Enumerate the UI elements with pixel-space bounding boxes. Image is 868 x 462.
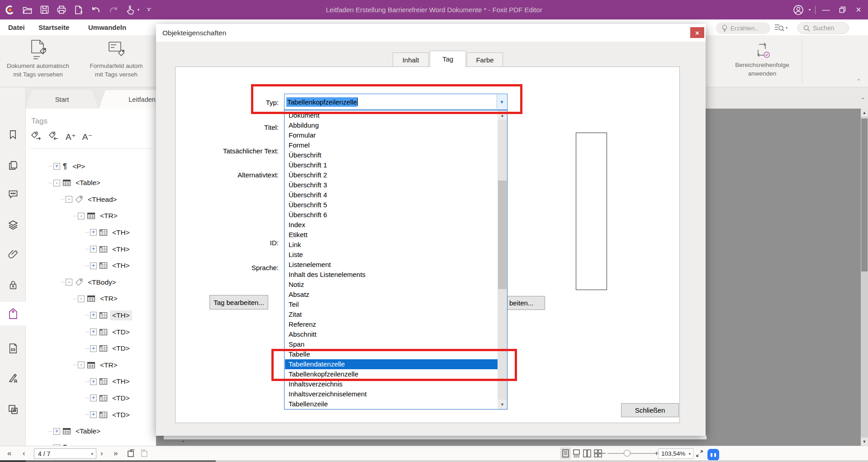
tree-row[interactable]: +<TH> [85, 307, 132, 324]
list-item[interactable]: Überschrift 3 [285, 180, 498, 190]
list-scrollbar[interactable]: ▲ ▼ [498, 110, 507, 409]
expand-toggle[interactable]: - [78, 295, 85, 302]
expand-toggle[interactable]: - [53, 180, 60, 186]
tab-startseite[interactable]: Startseite [38, 19, 69, 35]
tree-row[interactable]: +<TH> [85, 257, 132, 274]
restore-button[interactable] [836, 4, 848, 16]
new-document-icon[interactable] [73, 5, 84, 15]
list-item[interactable]: Absatz [285, 290, 498, 300]
list-item[interactable]: Inhalt des Listenelements [285, 270, 498, 280]
zoom-dropdown-icon[interactable]: ▾ [688, 452, 693, 456]
partially-hidden-bearbeiten-button[interactable]: beiten... [507, 296, 545, 310]
expand-toggle[interactable]: - [66, 279, 72, 286]
next-view-button[interactable] [139, 446, 148, 461]
scroll-down-arrow[interactable]: ▼ [861, 438, 868, 446]
redo-icon[interactable] [108, 5, 119, 15]
zoom-level-box[interactable]: 103,54% ▾ [658, 448, 693, 459]
list-item[interactable]: Überschrift 1 [285, 160, 498, 170]
list-item[interactable]: Überschrift 5 [285, 200, 498, 210]
page-number-box[interactable]: 4 / 7 ▾ [34, 448, 96, 459]
dialog-title-bar[interactable]: Objekteigenschaften [156, 24, 706, 42]
list-item[interactable]: Abbildung [285, 120, 498, 130]
tree-node-label[interactable]: <TH> [110, 376, 132, 386]
tree-row[interactable]: -<TR> [73, 357, 120, 373]
undo-icon[interactable] [90, 5, 101, 15]
sidebar-item-signatures[interactable] [0, 366, 26, 390]
expand-toggle[interactable]: + [90, 345, 97, 352]
typ-dropdown-list[interactable]: ▲ ▼ DokumentAbbildungFormularFormelÜbers… [284, 110, 508, 410]
sidebar-item-attachments[interactable] [0, 243, 26, 266]
list-item[interactable]: Inhaltsverzeichnis [285, 379, 498, 389]
list-item[interactable]: Formular [285, 130, 498, 140]
autotag-document-button[interactable]: Dokument automatisch mit Tags versehen [4, 38, 72, 79]
tree-node-label[interactable]: <Table> [73, 426, 103, 436]
tree-row[interactable]: +<TD> [85, 324, 132, 340]
list-item[interactable]: Tabelle [285, 349, 498, 359]
first-page-button[interactable]: « [7, 446, 11, 461]
expand-toggle[interactable]: - [66, 196, 72, 203]
schliessen-button[interactable]: Schließen [621, 403, 679, 417]
single-page-view-button[interactable] [560, 448, 571, 459]
tag-bearbeiten-button[interactable]: Tag bearbeiten... [209, 295, 268, 310]
expand-toggle[interactable]: + [90, 262, 97, 269]
sidebar-item-pages[interactable] [0, 153, 26, 177]
account-icon[interactable] [792, 4, 804, 16]
close-window-button[interactable]: × [853, 4, 864, 16]
list-item[interactable]: Zitat [285, 310, 498, 319]
tab-umwandeln[interactable]: Umwandeln [88, 19, 126, 35]
tree-row[interactable]: +<TD> [85, 390, 132, 406]
list-item[interactable]: Tabellendatenzelle [285, 359, 498, 369]
tree-node-label[interactable]: <TBody> [85, 277, 119, 287]
tree-row[interactable]: -<TR> [73, 291, 120, 307]
tree-node-label[interactable]: <TD> [110, 343, 132, 353]
tree-row[interactable]: -<TR> [73, 208, 120, 224]
page-dropdown-icon[interactable]: ▾ [91, 452, 96, 456]
autotag-formfield-button[interactable]: Formularfeld autom mit Tags verseh [73, 38, 159, 79]
expand-toggle[interactable]: + [90, 329, 97, 335]
continuous-view-button[interactable] [571, 448, 582, 459]
next-page-button[interactable]: › [100, 446, 103, 461]
tree-row[interactable]: +<TH> [85, 241, 132, 257]
fullscreen-button[interactable] [696, 446, 703, 461]
scroll-down-indicator-icon[interactable]: ⌄ [181, 437, 185, 443]
list-scroll-down-icon[interactable]: ▼ [498, 400, 507, 409]
tree-node-label[interactable]: <TH> [110, 310, 132, 320]
expand-toggle[interactable]: - [78, 362, 85, 368]
tree-row[interactable]: -<Table> [49, 175, 103, 191]
list-item[interactable]: Liste [285, 250, 498, 260]
hand-tool-icon[interactable] [125, 5, 136, 15]
zoom-out-button[interactable]: − [602, 446, 606, 461]
tree-row[interactable]: -<TBody> [61, 274, 119, 291]
sidebar-item-bookmarks[interactable] [0, 123, 26, 146]
tree-row[interactable]: +¶<P> [49, 439, 87, 446]
expand-toggle[interactable]: - [78, 213, 85, 219]
doc-tab-list-icon[interactable]: ⌄ [861, 95, 865, 100]
decrease-font-icon[interactable]: A⁻ [82, 132, 93, 142]
list-item[interactable]: Tabellenzeile [285, 399, 498, 409]
tell-me-box[interactable]: Erzählen.. [716, 22, 770, 34]
tree-row[interactable]: +<TD> [85, 340, 132, 357]
next-tag-icon[interactable] [30, 131, 42, 143]
tree-row[interactable]: +<TH> [85, 373, 132, 390]
list-item[interactable]: Referenz [285, 319, 498, 329]
list-item[interactable]: Span [285, 339, 498, 349]
list-item[interactable]: Überschrift 4 [285, 190, 498, 200]
list-item[interactable]: Tabellenkopfzeilenzelle [285, 369, 498, 379]
expand-toggle[interactable]: + [90, 229, 97, 236]
sidebar-item-destinations[interactable] [0, 398, 26, 421]
list-scrollbar-thumb[interactable] [498, 181, 507, 289]
foxit-logo-icon[interactable] [5, 5, 15, 15]
expand-toggle[interactable]: + [90, 395, 97, 401]
facing-view-button[interactable] [582, 448, 593, 459]
expand-toggle[interactable]: + [90, 378, 97, 385]
tree-node-label[interactable]: <TH> [110, 261, 132, 271]
print-icon[interactable] [56, 5, 67, 15]
tree-row[interactable]: -<THead> [61, 191, 119, 208]
sidebar-item-tags[interactable] [0, 302, 26, 325]
open-file-icon[interactable] [22, 5, 33, 15]
save-icon[interactable] [39, 5, 50, 15]
hand-tool-dropdown[interactable]: ▾ [138, 8, 139, 12]
apply-region-order-button[interactable]: Bereichsreihenfolge anwenden [726, 40, 798, 78]
list-item[interactable]: Dokument [285, 110, 498, 120]
expand-toggle[interactable]: + [90, 411, 97, 418]
